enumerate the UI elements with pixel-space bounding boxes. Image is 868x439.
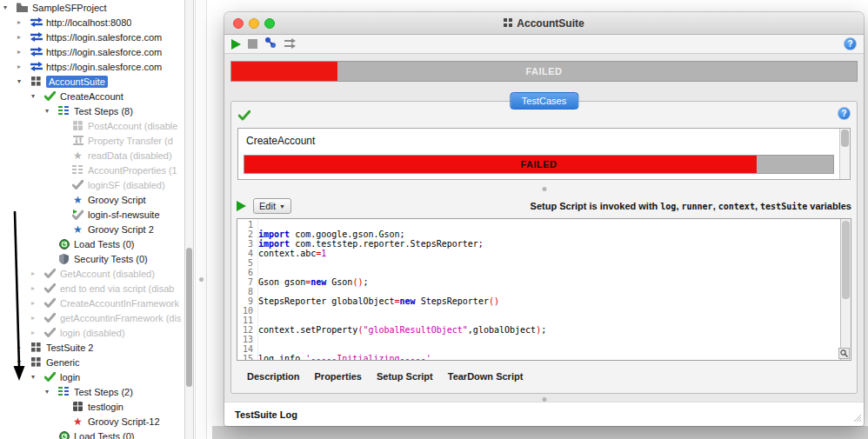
tree-item-postaccount-disable[interactable]: PostAccount (disable	[0, 118, 185, 133]
expander-open-icon[interactable]: ▾	[31, 92, 43, 100]
minimize-window-button[interactable]	[249, 18, 259, 29]
expander-closed-icon[interactable]: ▸	[31, 329, 43, 336]
panel-divider-dot[interactable]	[542, 187, 546, 191]
code-line[interactable]: 8	[237, 287, 839, 296]
code-line[interactable]: 3import com.teststep.reporter.StepsRepor…	[237, 239, 839, 249]
tree-item-load-tests-0[interactable]: Load Tests (0)	[0, 236, 185, 251]
code-area[interactable]: 12import com.google.gson.Gson;3import co…	[237, 220, 839, 361]
split-pane-divider[interactable]	[195, 0, 207, 439]
code-line[interactable]: 11	[237, 316, 839, 325]
tab-description[interactable]: Description	[247, 371, 300, 382]
tree-item-createaccount[interactable]: ▾CreateAccount	[0, 89, 185, 103]
resize-grip[interactable]	[852, 413, 862, 424]
tree-item-login-sf-newsuite[interactable]: login-sf-newsuite	[0, 207, 185, 222]
tree-item-property-transfer-d[interactable]: Property Transfer (d	[0, 133, 185, 148]
tree-item-loginsf-disabled[interactable]: loginSF (disabled)	[0, 177, 185, 192]
tree-item-load-tests-0[interactable]: Load Tests (0)	[0, 429, 185, 439]
tree-item-accountproperties-1[interactable]: AccountProperties (1	[0, 163, 185, 177]
tab-teardown-script[interactable]: TearDown Script	[448, 371, 524, 382]
expander-open-icon[interactable]: ▾	[45, 107, 57, 115]
tree-item-groovy-script-12[interactable]: ★Groovy Script-12	[0, 414, 185, 429]
editor-scrollbar[interactable]	[840, 219, 851, 360]
tree-item-getaccountinframework-dis[interactable]: ▸getAccountinFramework (dis	[0, 310, 185, 325]
code-line[interactable]: 4context.abc=1	[237, 249, 839, 258]
expander-closed-icon[interactable]: ▸	[17, 48, 30, 56]
tree-item-login[interactable]: ▾login	[0, 369, 185, 384]
divider-handle-dot[interactable]	[199, 277, 204, 282]
code-line[interactable]: 13	[237, 335, 839, 344]
tab-properties[interactable]: Properties	[315, 371, 362, 382]
testcases-tab-button[interactable]: TestCases	[510, 92, 578, 110]
editor-zoom-button[interactable]	[838, 348, 850, 359]
setup-script-hint: Setup Script is invoked with log, runner…	[298, 201, 851, 211]
expander-closed-icon[interactable]: ▸	[31, 299, 43, 307]
sequential-run-icon[interactable]	[284, 37, 296, 52]
tree-item-readdata-disabled[interactable]: ★readData (disabled)	[0, 148, 185, 163]
tree-item-https-login-salesforce-com[interactable]: ▸https://login.salesforce.com	[0, 59, 185, 74]
run-testsuite-icon[interactable]	[231, 39, 241, 50]
run-mode-icon[interactable]	[264, 37, 277, 52]
expander-open-icon[interactable]: ▾	[17, 77, 30, 85]
code-line[interactable]: 10	[237, 306, 839, 316]
testcase-list-scrollbar[interactable]	[839, 129, 850, 179]
tree-item-login-disabled[interactable]: ▸login (disabled)	[0, 325, 185, 340]
tree-item-samplesfproject[interactable]: ▾SampleSFProject	[0, 0, 185, 15]
tree-scrollbar-thumb[interactable]	[186, 248, 192, 387]
expander-closed-icon[interactable]: ▸	[17, 18, 30, 26]
code-line[interactable]: 1	[237, 220, 839, 229]
run-script-icon[interactable]	[237, 201, 246, 211]
tree-item-test-steps-2[interactable]: ▾Test Steps (2)	[0, 384, 185, 399]
panel-help-icon[interactable]: ?	[838, 107, 851, 120]
code-line[interactable]: 14	[237, 344, 839, 354]
expander-closed-icon[interactable]: ▸	[17, 343, 30, 351]
code-line[interactable]: 12context.setProperty("globalResultObjec…	[237, 325, 839, 335]
expander-open-icon[interactable]: ▾	[45, 388, 57, 396]
window-titlebar[interactable]: AccountSuite	[224, 12, 864, 35]
tab-setup-script[interactable]: Setup Script	[377, 371, 433, 382]
tree-item-testlogin[interactable]: testlogin	[0, 399, 185, 414]
expander-closed-icon[interactable]: ▸	[17, 63, 30, 70]
code-line[interactable]: 2import com.google.gson.Gson;	[237, 229, 839, 239]
testcase-list[interactable]: CreateAccount FAILED	[237, 128, 851, 180]
tree-item-createaccountinframework[interactable]: ▸CreateAccountInFramework	[0, 296, 185, 310]
expander-closed-icon[interactable]: ▸	[31, 284, 43, 292]
tree-item-end-to-end-via-script-disab[interactable]: ▸end to end via script (disab	[0, 281, 185, 296]
tree-item-security-tests-0[interactable]: Security Tests (0)	[0, 251, 185, 266]
tree-item-http-localhost-8080[interactable]: ▸http://localhost:8080	[0, 15, 185, 30]
code-line[interactable]: 6	[237, 268, 839, 277]
edit-dropdown-button[interactable]: Edit▼	[253, 198, 291, 214]
code-line[interactable]: 9StepsReporter globalObject=new StepsRep…	[237, 296, 839, 306]
help-icon[interactable]: ?	[844, 37, 857, 50]
tree-item-groovy-script-2[interactable]: ★Groovy Script 2	[0, 222, 185, 236]
expander-open-icon[interactable]: ▾	[3, 3, 16, 11]
close-window-button[interactable]	[233, 18, 244, 29]
editor-scrollbar-thumb[interactable]	[842, 221, 850, 299]
expander-closed-icon[interactable]: ▸	[31, 314, 43, 322]
code-line[interactable]: 15log.info '-----Initializing-----'	[237, 354, 839, 361]
tree-item-accountsuite[interactable]: ▾AccountSuite	[0, 74, 185, 89]
tree-item-getaccount-disabled[interactable]: ▸GetAccount (disabled)	[0, 266, 185, 281]
tree-item-testsuite-2[interactable]: ▸TestSuite 2	[0, 340, 185, 355]
zoom-window-button[interactable]	[264, 18, 275, 29]
expander-closed-icon[interactable]: ▸	[17, 33, 30, 41]
chevron-down-icon: ▼	[279, 203, 285, 210]
tree-scrollbar[interactable]	[184, 0, 194, 439]
cancel-run-icon[interactable]	[248, 39, 257, 49]
tree-item-test-steps-8[interactable]: ▾Test Steps (8)	[0, 103, 185, 118]
tree-item-groovy-script[interactable]: ★Groovy Script	[0, 192, 185, 207]
expander-closed-icon[interactable]: ▸	[31, 269, 43, 277]
tree-item-generic[interactable]: ▾Generic	[0, 355, 185, 369]
code-line[interactable]: 5	[237, 258, 839, 268]
expander-open-icon[interactable]: ▾	[31, 373, 43, 381]
testsuite-log-bar[interactable]: TestSuite Log	[224, 402, 864, 426]
testcase-list-scrollbar-thumb[interactable]	[841, 130, 849, 147]
expander-open-icon[interactable]: ▾	[17, 358, 30, 366]
setup-script-editor[interactable]: 12import com.google.gson.Gson;3import co…	[237, 218, 851, 361]
code-line[interactable]: 7Gson gson=new Gson();	[237, 277, 839, 287]
line-number: 15	[237, 354, 258, 361]
tree-item-label: readData (disabled)	[88, 150, 172, 161]
desktop-area: AccountSuite ? FAILED	[207, 0, 868, 439]
tree-item-https-login-salesforce-com[interactable]: ▸https://login.salesforce.com	[0, 44, 185, 59]
tree-item-https-login-salesforce-com[interactable]: ▸https://login.salesforce.com	[0, 30, 185, 44]
tree-item-label: SampleSFProject	[32, 3, 107, 13]
